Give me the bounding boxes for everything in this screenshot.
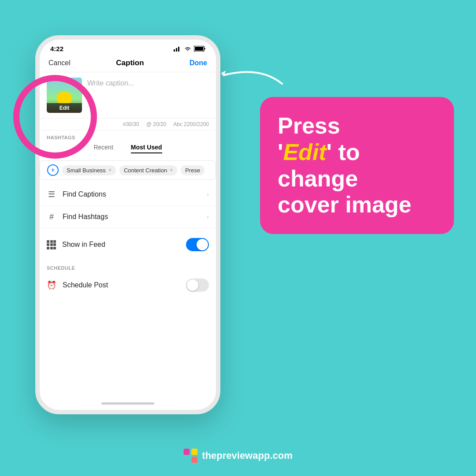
- char-count: Abc 2200/2200: [173, 121, 209, 127]
- chevron-right-icon: ›: [207, 190, 209, 198]
- brand-url: thepreviewapp.com: [202, 450, 292, 461]
- svg-rect-4: [195, 47, 203, 51]
- phone-mockup: 4:22 Cancel: [35, 35, 220, 414]
- tab-recent[interactable]: Recent: [93, 144, 113, 153]
- pill-prese[interactable]: Prese: [181, 165, 205, 175]
- clock-icon: ⏰: [47, 280, 56, 290]
- grid-icon: [47, 240, 56, 249]
- pill-remove-icon[interactable]: ×: [108, 167, 112, 173]
- svg-rect-9: [191, 457, 197, 463]
- caption-area: Edit Write caption...: [40, 72, 216, 119]
- mention-count: @ 20/20: [146, 121, 167, 127]
- menu-section: ☰ Find Captions › # Find Hashtags ›: [40, 183, 216, 228]
- caption-input[interactable]: Write caption...: [87, 78, 209, 113]
- pill-content-creation[interactable]: Content Creation ×: [119, 165, 177, 175]
- arrow-decoration: [216, 57, 286, 93]
- find-hashtags-label: Find Hashtags: [63, 213, 201, 221]
- svg-rect-1: [176, 48, 177, 52]
- time-display: 4:22: [50, 45, 63, 52]
- bird-decoration: [57, 92, 72, 104]
- brand-bar: thepreviewapp.com: [183, 449, 292, 463]
- pill-label: Content Creation: [124, 167, 167, 174]
- schedule-post-label: Schedule Post: [63, 281, 180, 289]
- battery-icon: [194, 46, 205, 52]
- list-icon: ☰: [47, 190, 56, 199]
- find-captions-label: Find Captions: [63, 190, 201, 198]
- post-thumbnail[interactable]: Edit: [47, 78, 82, 113]
- show-in-feed-toggle[interactable]: [186, 238, 209, 251]
- card-line3: change: [278, 166, 358, 191]
- status-icons: [174, 46, 205, 52]
- hashtags-section: HASHTAGS Recent Most Used: [40, 130, 216, 160]
- caption-nav-bar: Cancel Caption Done: [40, 56, 216, 72]
- done-button[interactable]: Done: [190, 59, 207, 67]
- pill-remove-icon[interactable]: ×: [170, 167, 173, 173]
- counts-bar: #30/30 @ 20/20 Abc 2200/2200: [40, 119, 216, 130]
- cancel-button[interactable]: Cancel: [48, 59, 71, 67]
- show-in-feed-label: Show in Feed: [62, 241, 180, 249]
- pill-label: Prese: [185, 167, 200, 174]
- card-line1: Press: [278, 113, 340, 138]
- status-bar: 4:22: [40, 40, 216, 56]
- svg-rect-8: [183, 457, 190, 463]
- find-captions-item[interactable]: ☰ Find Captions ›: [40, 183, 216, 206]
- card-line4: cover image: [278, 192, 412, 217]
- card-line2: 'Edit' to: [278, 139, 360, 165]
- svg-rect-2: [178, 47, 179, 52]
- caption-title: Caption: [116, 59, 144, 67]
- pink-card: Press 'Edit' to change cover image: [260, 97, 454, 234]
- card-highlight-edit: Edit: [283, 139, 326, 165]
- schedule-post-item: ⏰ Schedule Post: [40, 272, 216, 298]
- schedule-section: SCHEDULE ⏰ Schedule Post: [40, 261, 216, 298]
- wifi-icon: [184, 46, 191, 52]
- show-in-feed-item: Show in Feed: [40, 232, 216, 257]
- hashtag-tabs: Recent Most Used: [47, 144, 209, 153]
- tab-most-used[interactable]: Most Used: [131, 144, 162, 153]
- card-text: Press 'Edit' to change cover image: [278, 113, 436, 218]
- add-hashtag-button[interactable]: +: [47, 164, 59, 176]
- hashtag-count: #30/30: [123, 121, 139, 127]
- find-hashtags-item[interactable]: # Find Hashtags ›: [40, 206, 216, 228]
- pill-label: Small Business: [67, 167, 106, 174]
- brand-logo-icon: [183, 449, 197, 463]
- hashtags-label: HASHTAGS: [47, 135, 209, 140]
- pill-small-business[interactable]: Small Business ×: [62, 165, 116, 175]
- edit-overlay[interactable]: Edit: [47, 103, 82, 113]
- phone-wrapper: 4:22 Cancel: [35, 35, 238, 432]
- svg-rect-6: [183, 449, 190, 455]
- schedule-post-toggle[interactable]: [186, 279, 209, 292]
- chevron-right-icon: ›: [207, 213, 209, 221]
- home-indicator: [101, 402, 154, 405]
- svg-rect-0: [174, 49, 175, 52]
- schedule-section-label: SCHEDULE: [40, 261, 216, 272]
- hash-icon: #: [47, 212, 56, 222]
- signal-icon: [174, 46, 182, 52]
- feed-section: Show in Feed: [40, 232, 216, 257]
- hashtag-pills-row: + Small Business × Content Creation × Pr…: [40, 160, 216, 180]
- svg-rect-7: [191, 449, 197, 455]
